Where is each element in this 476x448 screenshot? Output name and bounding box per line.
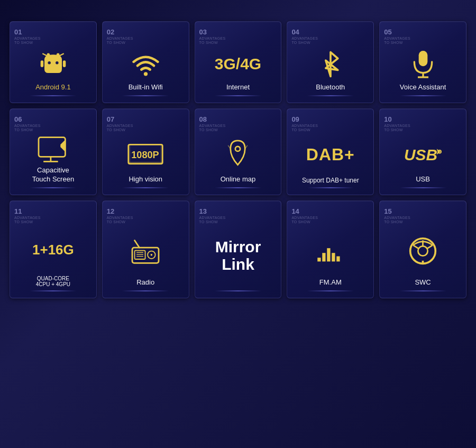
page-title [0,0,476,21]
dab-icon: DAB+ [291,135,369,175]
card-number-09: 09 ADVANTAGESTO SHOW [291,114,369,133]
svg-rect-5 [55,68,58,73]
card-label-09: Support DAB+ tuner [291,177,369,184]
feature-card-04: 04 ADVANTAGESTO SHOW Bluetooth [287,21,374,103]
card-label-01: Android 9.1 [14,83,92,92]
card-divider-13 [215,290,261,291]
radio-icon [107,226,185,276]
card-number-08: 08 ADVANTAGESTO SHOW [199,114,277,133]
swc-icon [384,226,462,276]
feature-card-01: 01 ADVANTAGESTO SHOW Android 9.1 [10,21,97,103]
card-label-11: QUAD-CORE 4CPU + 4GPU [14,276,92,287]
card-label-03: Internet [199,83,277,92]
card-divider-08 [215,187,261,188]
card-number-14: 14 ADVANTAGESTO SHOW [291,206,369,225]
card-label-08: Online map [199,175,277,184]
3g4g-icon: 3G/4G [199,48,277,81]
card-divider-14 [307,290,354,291]
card-divider-10 [400,187,446,188]
feature-card-10: 10 ADVANTAGESTO SHOW USB USB [379,108,466,195]
feature-card-13: 13 ADVANTAGESTO SHOW MirrorLink [195,200,282,298]
svg-rect-20 [129,144,131,163]
card-number-12: 12 ADVANTAGESTO SHOW [107,206,185,225]
usb-icon: USB [384,135,462,173]
feature-card-11: 11 ADVANTAGESTO SHOW 1+16G QUAD-CORE 4CP… [10,200,97,298]
card-label-14: FM.AM [291,278,369,287]
card-number-11: 11 ADVANTAGESTO SHOW [14,206,92,225]
wifi-icon [107,48,185,81]
svg-point-2 [48,61,51,65]
svg-point-34 [151,254,153,256]
feature-card-14: 14 ADVANTAGESTO SHOW FM.AM [287,200,374,298]
bluetooth-icon [291,48,369,81]
card-divider-02 [122,95,169,96]
feature-card-06: 06 ADVANTAGESTO SHOW CapacitiveTouch Scr… [10,108,97,195]
svg-rect-38 [332,253,335,261]
card-number-15: 15 ADVANTAGESTO SHOW [384,206,462,225]
card-divider-15 [400,290,446,291]
microphone-icon [384,48,462,81]
feature-card-12: 12 ADVANTAGESTO SHOW Radio [102,200,189,298]
card-number-13: 13 ADVANTAGESTO SHOW [199,206,277,225]
card-label-12: Radio [107,278,185,287]
svg-rect-7 [63,60,66,67]
feature-card-05: 05 ADVANTAGESTO SHOW Voice Assistant [379,21,466,103]
map-icon [199,135,277,173]
card-label-13: MirrorLink [199,224,277,287]
card-label-06: CapacitiveTouch Screen [14,166,92,184]
svg-line-44 [427,245,433,249]
android-icon [14,48,92,81]
1080p-icon: 1080P [107,135,185,173]
card-divider-03 [215,95,261,96]
card-number-01: 01 ADVANTAGESTO SHOW [14,27,92,45]
card-number-06: 06 ADVANTAGESTO SHOW [14,114,92,133]
card-divider-01 [30,95,76,96]
feature-card-08: 08 ADVANTAGESTO SHOW Online map [195,108,282,195]
memory-icon: 1+16G [14,226,92,273]
card-label-04: Bluetooth [291,83,369,92]
card-divider-09 [307,187,354,188]
card-label-07: High vision [107,175,185,184]
card-divider-04 [307,95,354,96]
svg-text:USB: USB [404,145,437,163]
svg-rect-6 [41,60,44,67]
card-label-15: SWC [384,278,462,287]
svg-rect-11 [418,51,427,66]
feature-card-02: 02 ADVANTAGESTO SHOW Built-in Wifi [102,21,189,103]
card-number-10: 10 ADVANTAGESTO SHOW [384,114,462,133]
feature-card-07: 07 ADVANTAGESTO SHOW 1080P High vision [102,108,189,195]
card-label-10: USB [384,175,462,184]
card-divider-11 [30,290,76,291]
svg-rect-21 [161,144,163,163]
card-number-04: 04 ADVANTAGESTO SHOW [291,27,369,45]
card-label-02: Built-in Wifi [107,83,185,92]
svg-rect-36 [322,253,325,261]
card-number-07: 07 ADVANTAGESTO SHOW [107,114,185,133]
svg-point-41 [418,246,427,255]
card-divider-05 [400,95,446,96]
card-divider-07 [122,187,169,188]
svg-text:1080P: 1080P [131,149,159,160]
svg-point-10 [144,72,148,76]
features-grid: 01 ADVANTAGESTO SHOW Android 9.1 02 ADVA… [0,21,476,304]
svg-line-43 [413,245,418,249]
card-divider-12 [122,290,169,291]
card-label-05: Voice Assistant [384,83,462,92]
feature-card-09: 09 ADVANTAGESTO SHOW DAB+Support DAB+ tu… [287,108,374,195]
svg-rect-35 [317,258,321,261]
svg-point-3 [56,61,59,65]
feature-card-03: 03 ADVANTAGESTO SHOW 3G/4GInternet [195,21,282,103]
svg-rect-19 [129,162,163,164]
card-number-02: 02 ADVANTAGESTO SHOW [107,27,185,45]
svg-rect-29 [135,251,145,259]
card-divider-06 [30,187,76,188]
card-number-05: 05 ADVANTAGESTO SHOW [384,27,462,45]
svg-line-28 [135,241,140,248]
fmam-icon [291,226,369,276]
svg-rect-4 [48,68,51,73]
svg-point-22 [235,147,240,151]
feature-card-15: 15 ADVANTAGESTO SHOW SWC [379,200,466,298]
svg-rect-39 [336,256,340,261]
svg-rect-37 [327,248,330,261]
touchscreen-icon [14,135,92,164]
